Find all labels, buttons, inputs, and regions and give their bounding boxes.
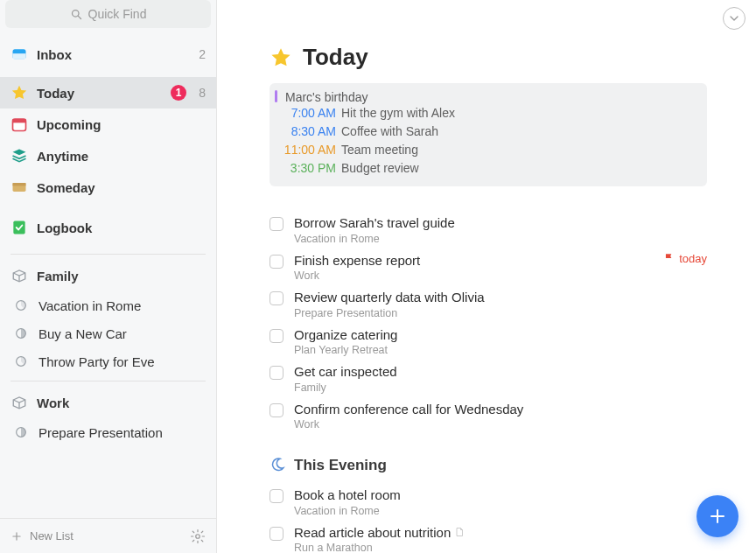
evening-tasks: Book a hotel roomVacation in RomeRead ar… bbox=[270, 483, 707, 553]
task-title: Get car inspected bbox=[294, 363, 397, 381]
event-title: Team meeting bbox=[341, 141, 418, 159]
task-checkbox[interactable] bbox=[270, 217, 284, 231]
event-time: 8:30 AM bbox=[280, 122, 336, 141]
sidebar-item-someday[interactable]: Someday bbox=[0, 172, 216, 203]
task-title: Confirm conference call for Wednesday bbox=[294, 401, 523, 418]
event-allday: Marc's birthday bbox=[280, 90, 696, 104]
today-events[interactable]: Marc's birthday 7:00 AMHit the gym with … bbox=[270, 83, 707, 186]
today-count: 8 bbox=[199, 86, 206, 100]
task-title: Read article about nutrition bbox=[294, 524, 465, 542]
sidebar-footer: New List bbox=[0, 518, 216, 553]
task-checkbox[interactable] bbox=[270, 403, 284, 417]
calendar-icon bbox=[10, 116, 28, 133]
this-evening-header: This Evening bbox=[270, 457, 707, 474]
task-row[interactable]: Borrow Sarah's travel guideVacation in R… bbox=[270, 211, 707, 248]
star-icon bbox=[10, 84, 28, 102]
task-meta: Family bbox=[294, 382, 397, 394]
quick-find[interactable]: Quick Find bbox=[5, 0, 211, 28]
sidebar-item-upcoming[interactable]: Upcoming bbox=[0, 108, 216, 140]
search-icon bbox=[70, 8, 83, 21]
box-icon bbox=[10, 394, 28, 411]
task-meta: Plan Yearly Retreat bbox=[294, 344, 397, 356]
task-checkbox[interactable] bbox=[270, 329, 284, 343]
task-row[interactable]: Get car inspectedFamily bbox=[270, 360, 707, 397]
task-meta: Vacation in Rome bbox=[294, 233, 455, 245]
settings-button[interactable] bbox=[190, 528, 206, 544]
task-row[interactable]: Review quarterly data with OliviaPrepare… bbox=[270, 285, 707, 323]
area-family[interactable]: Family bbox=[0, 260, 216, 291]
event-title: Coffee with Sarah bbox=[341, 122, 438, 141]
task-row[interactable]: Book a hotel roomVacation in Rome bbox=[270, 483, 707, 521]
sidebar-item-inbox[interactable]: Inbox 2 bbox=[0, 38, 216, 70]
project-vacation-in-rome[interactable]: Vacation in Rome bbox=[0, 291, 216, 319]
task-title: Book a hotel room bbox=[294, 486, 401, 504]
event-title: Hit the gym with Alex bbox=[341, 104, 455, 122]
progress-icon bbox=[12, 325, 30, 342]
box-icon bbox=[10, 267, 28, 284]
new-task-button[interactable] bbox=[696, 495, 738, 537]
inbox-count: 2 bbox=[199, 47, 206, 61]
task-checkbox[interactable] bbox=[270, 489, 284, 503]
task-meta: Work bbox=[294, 418, 523, 430]
event-time: 11:00 AM bbox=[280, 141, 336, 159]
task-title: Borrow Sarah's travel guide bbox=[294, 214, 455, 232]
event-title: Budget review bbox=[341, 159, 419, 178]
task-checkbox[interactable] bbox=[270, 255, 284, 269]
area-work[interactable]: Work bbox=[0, 387, 216, 418]
plus-icon bbox=[10, 530, 23, 542]
new-list-button[interactable]: New List bbox=[30, 529, 74, 542]
divider bbox=[10, 254, 206, 255]
stack-icon bbox=[10, 147, 28, 164]
project-prepare-presentation[interactable]: Prepare Presentation bbox=[0, 418, 216, 446]
task-checkbox[interactable] bbox=[270, 366, 284, 380]
task-checkbox[interactable] bbox=[270, 527, 284, 541]
event-color-bar bbox=[275, 90, 277, 102]
divider bbox=[10, 381, 206, 382]
today-tasks: Borrow Sarah's travel guideVacation in R… bbox=[270, 211, 707, 434]
task-row[interactable]: Finish expense reportWorktoday bbox=[270, 248, 707, 286]
logbook-icon bbox=[10, 219, 28, 236]
drawer-icon bbox=[10, 178, 28, 196]
star-icon bbox=[270, 46, 292, 69]
task-row[interactable]: Confirm conference call for WednesdayWor… bbox=[270, 397, 707, 435]
event-row[interactable]: 11:00 AMTeam meeting bbox=[280, 141, 696, 159]
event-time: 7:00 AM bbox=[280, 104, 336, 122]
smart-lists: Inbox 2 Today 1 8 Upcoming Anytime bbox=[0, 33, 216, 248]
task-meta: Vacation in Rome bbox=[294, 505, 401, 517]
deadline-flag: today bbox=[663, 252, 707, 265]
today-badge: 1 bbox=[171, 85, 186, 101]
event-row[interactable]: 8:30 AMCoffee with Sarah bbox=[280, 122, 696, 141]
task-checkbox[interactable] bbox=[270, 291, 284, 305]
event-time: 3:30 PM bbox=[280, 159, 336, 178]
task-meta: Work bbox=[294, 270, 420, 282]
inbox-icon bbox=[10, 46, 28, 63]
task-meta: Run a Marathon bbox=[294, 542, 465, 553]
progress-icon bbox=[12, 297, 30, 314]
event-row[interactable]: 3:30 PMBudget review bbox=[280, 159, 696, 178]
task-meta: Prepare Presentation bbox=[294, 307, 485, 319]
sidebar-item-anytime[interactable]: Anytime bbox=[0, 140, 216, 172]
sidebar-item-logbook[interactable]: Logbook bbox=[0, 212, 216, 243]
task-title: Review quarterly data with Olivia bbox=[294, 289, 485, 306]
task-title: Organize catering bbox=[294, 326, 397, 344]
sidebar: Quick Find Inbox 2 Today 1 8 Upcoming bbox=[0, 0, 217, 553]
note-icon bbox=[454, 527, 465, 540]
moon-icon bbox=[270, 457, 287, 474]
page-title: Today bbox=[270, 44, 707, 71]
quick-find-placeholder: Quick Find bbox=[88, 7, 147, 21]
main-panel: Today Marc's birthday 7:00 AMHit the gym… bbox=[217, 0, 756, 553]
collapse-button[interactable] bbox=[723, 7, 746, 30]
task-row[interactable]: Read article about nutritionRun a Marath… bbox=[270, 521, 707, 554]
project-buy-a-new-car[interactable]: Buy a New Car bbox=[0, 319, 216, 347]
event-row[interactable]: 7:00 AMHit the gym with Alex bbox=[280, 104, 696, 122]
task-title: Finish expense report bbox=[294, 252, 420, 270]
sidebar-item-today[interactable]: Today 1 8 bbox=[0, 77, 216, 108]
progress-icon bbox=[12, 424, 30, 441]
progress-icon bbox=[12, 353, 30, 370]
project-throw-party-for-eve[interactable]: Throw Party for Eve bbox=[0, 347, 216, 375]
task-row[interactable]: Organize cateringPlan Yearly Retreat bbox=[270, 323, 707, 360]
